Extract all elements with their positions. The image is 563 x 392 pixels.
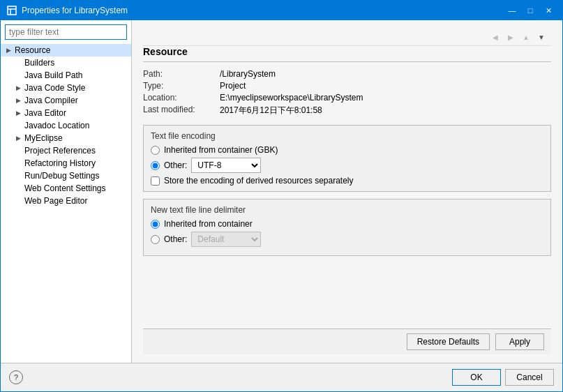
arrow-icon <box>13 70 23 80</box>
arrow-icon: ▶ <box>13 108 23 118</box>
radio-inherited-row: Inherited from container (GBK) <box>151 145 543 155</box>
radio-delimiter-other-label: Other: <box>164 234 187 244</box>
radio-delimiter-inherited-row: Inherited from container <box>151 219 543 229</box>
encoding-section: Text file encoding Inherited from contai… <box>143 125 551 192</box>
sidebar: ▶ Resource Builders Java Build Path ▶ Ja… <box>1 20 132 363</box>
cancel-button[interactable]: Cancel <box>505 369 554 386</box>
radio-delimiter-other-row: Other: Default Unix Windows Mac <box>151 232 543 247</box>
sidebar-item-java-build-path[interactable]: Java Build Path <box>1 69 131 82</box>
arrow-icon: ▶ <box>13 96 23 105</box>
path-value: /LibrarySystem <box>220 69 551 79</box>
maximize-button[interactable]: □ <box>522 3 539 17</box>
radio-other-label: Other: <box>164 160 187 170</box>
bottom-bar: Restore Defaults Apply <box>143 329 551 354</box>
sidebar-item-web-content-settings[interactable]: Web Content Settings <box>1 182 131 195</box>
ok-button[interactable]: OK <box>452 369 501 386</box>
arrow-icon <box>13 183 23 193</box>
title-bar-left: Properties for LibrarySystem <box>6 5 128 16</box>
arrow-icon <box>13 158 23 168</box>
sidebar-item-web-page-editor[interactable]: Web Page Editor <box>1 195 131 207</box>
main-content: ▶ Resource Builders Java Build Path ▶ Ja… <box>1 20 562 363</box>
title-bar: Properties for LibrarySystem — □ ✕ <box>1 1 562 20</box>
last-modified-label: Last modified: <box>143 105 220 116</box>
sidebar-item-project-references[interactable]: Project References <box>1 144 131 157</box>
sidebar-item-myeclipse[interactable]: ▶ MyEclipse <box>1 132 131 144</box>
minimize-button[interactable]: — <box>504 3 520 17</box>
line-delimiter-title: New text file line delimiter <box>151 205 543 215</box>
sidebar-item-java-compiler[interactable]: ▶ Java Compiler <box>1 94 131 107</box>
sidebar-item-javadoc-location[interactable]: Javadoc Location <box>1 119 131 132</box>
window-title: Properties for LibrarySystem <box>22 6 128 15</box>
arrow-icon <box>13 171 23 181</box>
type-value: Project <box>220 81 551 91</box>
encoding-select[interactable]: UTF-8 GBK ISO-8859-1 US-ASCII UTF-16 <box>191 158 261 173</box>
line-delimiter-section: New text file line delimiter Inherited f… <box>143 199 551 256</box>
arrow-icon <box>13 121 23 130</box>
type-label: Type: <box>143 81 220 91</box>
derived-resources-checkbox[interactable] <box>151 176 160 186</box>
arrow-icon <box>13 58 23 68</box>
radio-delimiter-other[interactable] <box>151 235 160 244</box>
derived-resources-label: Store the encoding of derived resources … <box>164 176 354 186</box>
radio-inherited-label: Inherited from container (GBK) <box>164 145 278 155</box>
help-button[interactable]: ? <box>9 370 23 384</box>
radio-inherited-encoding[interactable] <box>151 146 160 155</box>
encoding-section-title: Text file encoding <box>151 131 543 141</box>
radio-delimiter-inherited[interactable] <box>151 220 160 229</box>
arrow-icon: ▶ <box>3 45 13 55</box>
forward-button[interactable]: ▶ <box>504 30 518 44</box>
sidebar-item-java-code-style[interactable]: ▶ Java Code Style <box>1 82 131 94</box>
close-button[interactable]: ✕ <box>540 3 557 17</box>
restore-defaults-button[interactable]: Restore Defaults <box>407 333 490 350</box>
path-label: Path: <box>143 69 220 79</box>
radio-other-row: Other: UTF-8 GBK ISO-8859-1 US-ASCII UTF… <box>151 158 543 173</box>
bottom-right-buttons: Restore Defaults Apply <box>407 333 544 350</box>
sidebar-item-java-editor[interactable]: ▶ Java Editor <box>1 107 131 119</box>
info-grid: Path: /LibrarySystem Type: Project Locat… <box>143 69 551 116</box>
last-modified-value: 2017年6月12日下午8:01:58 <box>220 105 551 116</box>
nav-bar: ◀ ▶ ▲ ▼ <box>143 29 551 46</box>
apply-button[interactable]: Apply <box>495 333 544 350</box>
location-value: E:\myeclipseworkspace\LibrarySystem <box>220 93 551 103</box>
back-button[interactable]: ◀ <box>488 30 502 44</box>
delimiter-select[interactable]: Default Unix Windows Mac <box>191 232 261 247</box>
spacer <box>143 263 551 329</box>
derived-resources-row: Store the encoding of derived resources … <box>151 176 543 186</box>
radio-other-encoding[interactable] <box>151 161 160 170</box>
location-label: Location: <box>143 93 220 103</box>
arrow-icon <box>13 196 23 206</box>
panel-title: Resource <box>143 46 551 62</box>
sidebar-item-refactoring-history[interactable]: Refactoring History <box>1 157 131 169</box>
footer-buttons: OK Cancel <box>452 369 554 386</box>
window-icon <box>6 5 17 16</box>
properties-window: Properties for LibrarySystem — □ ✕ ▶ Res… <box>0 0 563 392</box>
up-button[interactable]: ▲ <box>519 30 533 44</box>
footer-bar: ? OK Cancel <box>1 363 562 391</box>
arrow-icon: ▶ <box>13 133 23 143</box>
sidebar-item-builders[interactable]: Builders <box>1 56 131 69</box>
filter-input[interactable] <box>5 24 127 40</box>
menu-button[interactable]: ▼ <box>534 30 548 44</box>
sidebar-item-resource[interactable]: ▶ Resource <box>1 44 131 56</box>
title-bar-controls: — □ ✕ <box>504 3 557 17</box>
tree-area: ▶ Resource Builders Java Build Path ▶ Ja… <box>1 44 131 363</box>
arrow-icon: ▶ <box>13 83 23 93</box>
arrow-icon <box>13 146 23 156</box>
svg-rect-0 <box>8 6 16 15</box>
right-panel: ◀ ▶ ▲ ▼ Resource Path: /LibrarySystem Ty… <box>132 20 562 363</box>
sidebar-item-run-debug-settings[interactable]: Run/Debug Settings <box>1 169 131 182</box>
radio-delimiter-inherited-label: Inherited from container <box>164 219 253 229</box>
